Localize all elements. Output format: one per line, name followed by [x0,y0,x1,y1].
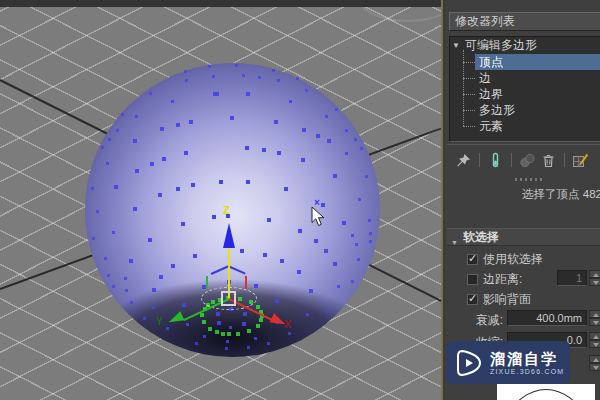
modifier-stack-toolbar [445,149,600,171]
affect-backfacing-label: 影响背面 [483,291,531,308]
remove-modifier-trash-icon[interactable] [540,152,557,169]
stack-item-element[interactable]: 元素 [463,118,600,134]
spinner-up-icon[interactable] [589,355,600,363]
edge-distance-checkbox[interactable] [467,274,478,285]
move-gizmo: Z X Y [0,0,441,400]
viewport-top-edge [0,0,443,7]
pin-stack-icon[interactable] [455,152,472,169]
x-axis-label: X [284,318,291,330]
use-soft-selection-checkbox[interactable] [467,254,478,265]
play-logo-icon [454,348,484,378]
spinner-down-icon[interactable] [589,363,600,371]
watermark-badge: 溜溜自学 ZIXUE.3D66.COM [446,341,570,384]
use-soft-selection-label: 使用软选择 [483,251,543,268]
modifier-list-label: 修改器列表 [455,14,515,28]
stack-item-edge[interactable]: 边 [463,70,600,86]
pinch-spinner[interactable] [589,332,600,348]
stack-item-vertex-label: 顶点 [475,54,600,70]
perspective-viewport[interactable]: Z X Y × [0,0,443,400]
gizmo-x-plane-tick[interactable] [245,276,247,289]
gizmo-y-plane-tick[interactable] [206,276,208,289]
falloff-field[interactable]: 400.0mm [507,310,587,326]
affect-backfacing-checkbox[interactable] [467,294,478,305]
stack-item-border-label: 边界 [475,86,600,102]
command-panel: 修改器列表 可编辑多边形 顶点 边 边界 [445,0,600,400]
gizmo-z-plane-handle[interactable] [228,265,246,274]
show-end-result-icon[interactable] [487,152,504,169]
soft-selection-rollout-header[interactable]: 软选择 [447,228,600,246]
gizmo-y-arrow-icon[interactable] [167,311,185,326]
spinner-up-icon[interactable] [589,270,600,278]
edge-distance-spinner[interactable] [589,270,600,286]
gizmo-z-plane-handle[interactable] [211,265,229,274]
affect-backfacing-row[interactable]: 影响背面 [467,291,531,308]
selection-status-text: 选择了顶点 482 [445,187,600,202]
modifier-stack[interactable]: 可编辑多边形 顶点 边 边界 多边形 [449,36,600,142]
mouse-cursor-icon [311,206,326,227]
watermark-url: ZIXUE.3D66.COM [490,368,564,375]
stack-item-editable-poly[interactable]: 可编辑多边形 [450,37,600,54]
bubble-spinner[interactable] [589,355,600,371]
falloff-label: 衰减: [469,312,503,329]
gizmo-center-square[interactable] [221,291,236,306]
configure-modifier-sets-icon[interactable] [572,152,589,169]
spinner-up-icon[interactable] [589,310,600,318]
stack-item-border[interactable]: 边界 [463,86,600,102]
panel-divider [447,144,600,145]
spinner-down-icon[interactable] [589,278,600,286]
stack-item-polygon[interactable]: 多边形 [463,102,600,118]
gizmo-z-arrow-icon[interactable] [223,223,235,248]
stack-item-edge-label: 边 [475,70,600,86]
modifier-list-dropdown[interactable]: 修改器列表 [449,12,600,31]
spinner-down-icon[interactable] [589,318,600,326]
soft-selection-falloff-curve [497,384,595,400]
watermark-title: 溜溜自学 [490,350,564,367]
spinner-up-icon[interactable] [589,332,600,340]
y-axis-label: Y [156,316,163,327]
make-unique-icon[interactable] [519,152,536,169]
edge-distance-row[interactable]: 边距离: [467,271,522,288]
edge-distance-label: 边距离: [483,271,522,288]
app-window: Z X Y × 修改器列表 可编辑多边形 顶点 边 [0,0,600,400]
stack-item-vertex[interactable]: 顶点 [463,54,600,70]
falloff-spinner[interactable] [589,310,600,326]
rollout-drag-handle[interactable] [515,178,545,181]
stack-item-element-label: 元素 [475,118,600,134]
edge-distance-field[interactable]: 1 [557,270,587,286]
stack-item-polygon-label: 多边形 [475,102,600,118]
spinner-down-icon[interactable] [589,340,600,348]
use-soft-selection-row[interactable]: 使用软选择 [467,251,543,268]
z-axis-label: Z [223,204,230,216]
